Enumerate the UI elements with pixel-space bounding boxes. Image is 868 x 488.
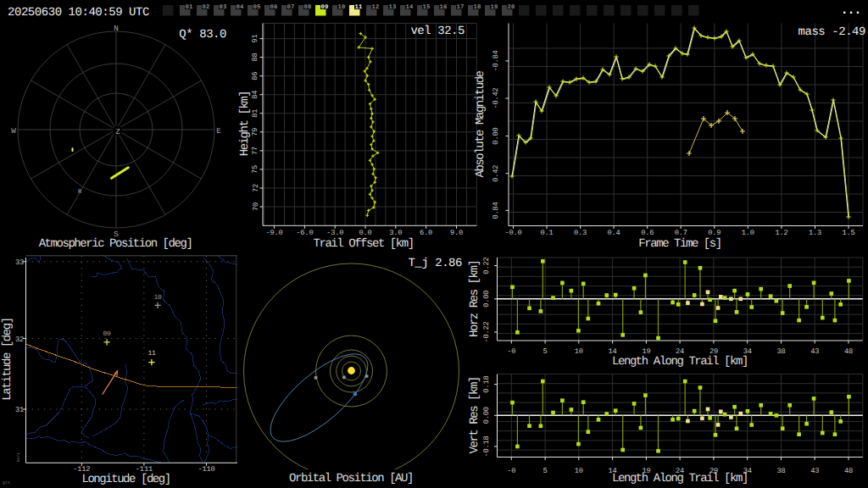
svg-text:09: 09 [321,4,329,11]
svg-text:06: 06 [270,4,278,11]
svg-text:Longitude [deg]: Longitude [deg] [81,473,170,486]
svg-text:5: 5 [543,467,548,475]
svg-text:10: 10 [338,4,346,11]
svg-text:-9.0: -9.0 [265,229,282,237]
svg-text:20250630 10:40:59 UTC: 20250630 10:40:59 UTC [8,6,149,19]
svg-text:0.4: 0.4 [608,229,620,237]
svg-text:vel 32.5: vel 32.5 [410,25,465,38]
svg-text:48: 48 [844,347,853,356]
svg-text:04: 04 [236,4,244,11]
svg-text:0.00: 0.00 [482,291,491,308]
svg-text:0.0: 0.0 [359,229,371,237]
svg-text:-0.22: -0.22 [482,321,491,342]
svg-text:E: E [216,126,221,136]
svg-text:Horz Res [km]: Horz Res [km] [468,261,481,337]
svg-text:07: 07 [287,4,295,11]
svg-text:03: 03 [220,4,227,11]
svg-text:08: 08 [304,4,312,11]
svg-text:N: N [114,24,118,33]
svg-text:01: 01 [186,4,193,11]
svg-text:84: 84 [252,91,260,99]
svg-text:77: 77 [252,147,260,155]
svg-text:43: 43 [810,467,819,475]
svg-text:20: 20 [508,4,515,11]
svg-text:Length Along Trail [km]: Length Along Trail [km] [612,355,748,369]
svg-text:5: 5 [543,347,548,356]
svg-text:31: 31 [15,406,24,414]
svg-text:0.22: 0.22 [482,258,491,274]
svg-text:11: 11 [355,4,363,11]
svg-text:Absolute Magnitude: Absolute Magnitude [474,70,487,177]
svg-text:1.2: 1.2 [775,229,787,237]
svg-text:0.9: 0.9 [708,229,721,237]
svg-text:38: 38 [776,467,785,475]
svg-text:-3.0: -3.0 [326,229,343,237]
svg-text:Height [km]: Height [km] [238,92,252,156]
svg-text:0.3: 0.3 [574,229,587,237]
svg-text:-112: -112 [73,465,90,474]
svg-text:Latitude [deg]: Latitude [deg] [1,318,14,400]
svg-text:0.7: 0.7 [675,229,687,237]
svg-text:Vert Res [km]: Vert Res [km] [468,377,481,453]
svg-text:0.00: 0.00 [482,407,491,424]
svg-text:79: 79 [252,128,260,136]
svg-text:13: 13 [389,4,397,11]
svg-text:W: W [11,126,16,136]
svg-text:19: 19 [491,4,498,11]
svg-text:18: 18 [474,4,481,11]
svg-text:-111: -111 [136,465,153,474]
svg-text:-6.0: -6.0 [296,229,313,237]
svg-text:32: 32 [15,336,24,344]
svg-text:Trail Offset [km]: Trail Offset [km] [314,237,414,251]
svg-text:88: 88 [252,53,260,62]
svg-text:Frame Time [s]: Frame Time [s] [638,237,721,251]
svg-text:-0.18: -0.18 [482,435,491,457]
svg-text:Atmospheric Position [deg]: Atmospheric Position [deg] [39,237,192,251]
svg-text:86: 86 [252,72,260,80]
svg-text:-0.42: -0.42 [492,87,500,108]
svg-text:6.0: 6.0 [420,229,432,237]
svg-text:3.0: 3.0 [389,229,402,237]
svg-text:Q* 83.0: Q* 83.0 [179,28,226,42]
svg-text:mass -2.49: mass -2.49 [798,25,865,39]
svg-text:16: 16 [440,4,448,11]
svg-text:14: 14 [406,4,414,11]
svg-text:-0: -0 [507,347,515,356]
svg-text:15: 15 [423,4,431,11]
svg-text:81: 81 [252,109,260,118]
svg-text:1.3: 1.3 [809,229,821,237]
svg-text:10: 10 [575,467,583,475]
svg-text:70: 70 [252,202,260,211]
svg-text:-0.0: -0.0 [504,229,521,237]
svg-text:11: 11 [147,350,156,358]
svg-text:38: 38 [776,347,785,356]
svg-text:48: 48 [844,467,853,475]
svg-text:0.42: 0.42 [492,165,500,182]
svg-text:09: 09 [103,330,111,338]
svg-text:33: 33 [15,258,24,267]
svg-text:gis: gis [3,480,10,485]
svg-text:43: 43 [810,347,819,356]
svg-text:05: 05 [253,4,261,11]
svg-text:0.00: 0.00 [492,128,500,145]
svg-text:0.1: 0.1 [540,229,553,237]
svg-text:02: 02 [203,4,210,11]
svg-text:0.18: 0.18 [482,376,491,393]
svg-text:91: 91 [252,35,260,43]
svg-text:1.0: 1.0 [742,229,754,237]
svg-text:9.0: 9.0 [450,229,463,237]
svg-text:T_j 2.86: T_j 2.86 [408,257,462,270]
svg-text:-110: -110 [198,465,214,474]
svg-text:75: 75 [252,165,260,174]
svg-text:-0.84: -0.84 [492,50,500,71]
svg-text:Z: Z [115,127,120,136]
svg-text:72: 72 [252,184,260,192]
svg-text:0.84: 0.84 [492,202,500,219]
svg-text:12: 12 [372,4,380,11]
svg-text:1.5: 1.5 [842,229,854,237]
svg-text:10: 10 [575,347,583,356]
svg-text:-0: -0 [507,467,515,475]
svg-text:10: 10 [153,294,162,302]
svg-text:0.6: 0.6 [641,229,654,237]
svg-text:esri: esri [16,452,21,462]
